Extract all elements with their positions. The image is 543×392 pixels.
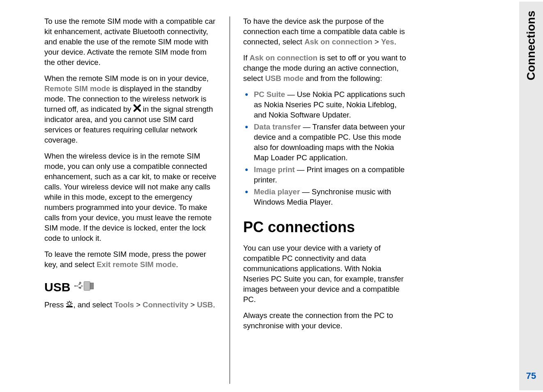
- paragraph: Always create the connection from the PC…: [243, 311, 407, 331]
- usb-heading-text: USB: [44, 280, 70, 294]
- ui-label-remote-sim: Remote SIM mode: [44, 84, 110, 93]
- usb-icon: [74, 280, 95, 295]
- side-tab-label: Connections: [525, 11, 538, 81]
- ui-label-yes: Yes: [381, 37, 394, 46]
- ui-label-data-transfer: Data transfer: [254, 122, 301, 131]
- usb-mode-list: PC Suite — Use Nokia PC applications suc…: [243, 90, 407, 208]
- text: .: [394, 37, 396, 46]
- list-item: PC Suite — Use Nokia PC applications suc…: [243, 90, 407, 120]
- left-column: To use the remote SIM mode with a compat…: [44, 16, 230, 384]
- ui-label-ask-on-connection: Ask on connection: [249, 53, 318, 62]
- ui-label-ask-on-connection: Ask on connection: [304, 37, 373, 46]
- text: .: [176, 260, 178, 269]
- svg-rect-1: [90, 283, 94, 289]
- cross-icon: [133, 104, 141, 115]
- text: >: [188, 300, 197, 309]
- svg-point-3: [68, 302, 71, 305]
- paragraph: To leave the remote SIM mode, press the …: [44, 249, 216, 270]
- ui-label-media-player: Media player: [254, 187, 300, 196]
- pc-connections-heading: PC connections: [243, 219, 407, 236]
- text: When the remote SIM mode is on in your d…: [44, 74, 209, 83]
- page-number: 75: [519, 371, 543, 381]
- list-item: Data transfer — Transfer data between yo…: [243, 122, 407, 163]
- paragraph: When the wireless device is in the remot…: [44, 151, 216, 244]
- svg-rect-0: [84, 281, 90, 291]
- list-item: Image print — Print images on a compatib…: [243, 165, 407, 185]
- page-container: To use the remote SIM mode with a compat…: [0, 0, 543, 392]
- ui-label-tools: Tools: [114, 300, 134, 309]
- svg-rect-4: [66, 306, 73, 307]
- paragraph: If Ask on connection is set to off or yo…: [243, 53, 407, 84]
- text: .: [213, 300, 215, 309]
- ui-label-connectivity: Connectivity: [143, 300, 188, 309]
- right-column: To have the device ask the purpose of th…: [230, 16, 416, 384]
- paragraph: You can use your device with a variety o…: [243, 243, 407, 305]
- menu-key-icon: [66, 300, 73, 311]
- text: >: [134, 300, 143, 309]
- side-tab: Connections 75: [519, 2, 543, 390]
- ui-label-usb-mode: USB mode: [265, 74, 304, 83]
- paragraph: Press , and select Tools > Connectivity …: [44, 300, 216, 311]
- ui-label-pc-suite: PC Suite: [254, 90, 285, 99]
- list-item: Media player — Synchronise music with Wi…: [243, 187, 407, 208]
- ui-label-image-print: Image print: [254, 165, 295, 174]
- text: >: [373, 37, 381, 46]
- text: , and select: [73, 300, 114, 309]
- usb-heading: USB: [44, 280, 216, 295]
- text: and from the following:: [304, 74, 382, 83]
- paragraph: To use the remote SIM mode with a compat…: [44, 16, 216, 68]
- text: If: [243, 53, 249, 62]
- ui-label-usb: USB: [197, 300, 213, 309]
- paragraph: When the remote SIM mode is on in your d…: [44, 74, 216, 145]
- text: Press: [44, 300, 66, 309]
- svg-point-2: [74, 285, 76, 286]
- ui-label-exit-remote-sim: Exit remote SIM mode: [97, 260, 176, 269]
- paragraph: To have the device ask the purpose of th…: [243, 16, 407, 47]
